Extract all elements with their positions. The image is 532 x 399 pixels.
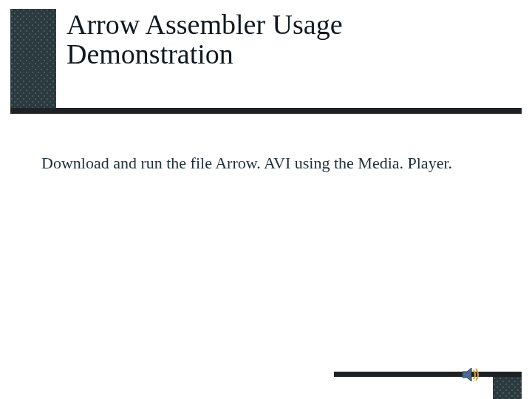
footer-divider bbox=[334, 372, 522, 377]
slide-title: Arrow Assembler Usage Demonstration bbox=[66, 10, 480, 69]
decorative-pattern-bottom bbox=[493, 377, 522, 399]
title-divider bbox=[10, 108, 522, 114]
speaker-icon[interactable] bbox=[461, 366, 482, 383]
title-line-2: Demonstration bbox=[66, 38, 233, 69]
title-line-1: Arrow Assembler Usage bbox=[66, 9, 343, 40]
slide-body-text: Download and run the file Arrow. AVI usi… bbox=[41, 154, 499, 173]
svg-marker-0 bbox=[463, 368, 471, 381]
decorative-pattern-top bbox=[10, 9, 56, 108]
